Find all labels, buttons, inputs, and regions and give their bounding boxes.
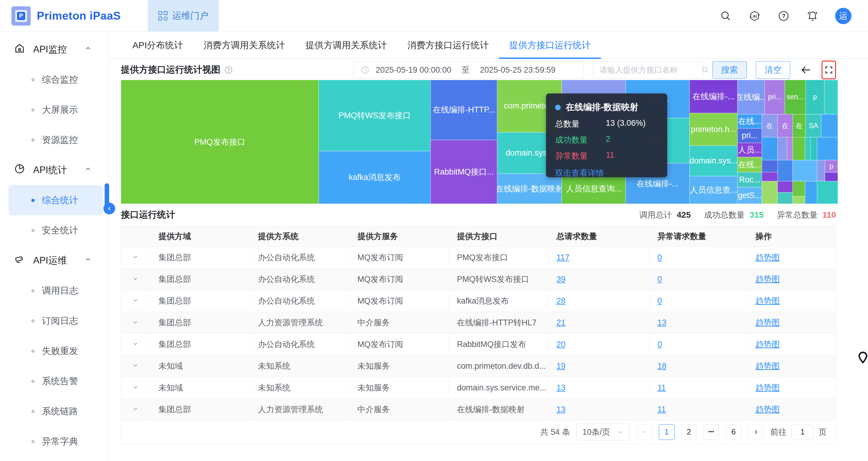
row-expand-chevron-icon[interactable]	[132, 296, 139, 305]
sidebar-item-异常字典[interactable]: 异常字典	[8, 426, 103, 457]
treemap-block[interactable]	[762, 181, 778, 204]
error-count-link[interactable]: 0	[657, 340, 662, 349]
treemap-block[interactable]: 人员...	[738, 143, 762, 157]
sidebar-group-API监控[interactable]: API监控	[0, 34, 108, 64]
treemap-block[interactable]: primeton.h...	[689, 113, 738, 146]
row-expand-chevron-icon[interactable]	[132, 362, 139, 371]
treemap-block[interactable]	[805, 181, 817, 204]
treemap-block[interactable]: domain.sys...	[689, 146, 738, 176]
sidebar-item-综合监控[interactable]: 综合监控	[8, 64, 103, 95]
row-expand-chevron-icon[interactable]	[132, 340, 139, 349]
treemap-block[interactable]	[778, 192, 793, 204]
tab-提供方调用关系统计[interactable]: 提供方调用关系统计	[295, 32, 397, 59]
sidebar-item-系统告警[interactable]: 系统告警	[8, 366, 103, 396]
chevron-up-icon[interactable]	[84, 255, 92, 266]
treemap-block[interactable]: 在线...	[738, 157, 762, 172]
sidebar-item-大屏展示[interactable]: 大屏展示	[8, 95, 103, 125]
total-count-link[interactable]: 39	[557, 275, 566, 284]
treemap-block[interactable]	[825, 173, 838, 181]
treemap-block[interactable]	[793, 196, 805, 204]
error-count-link[interactable]: 0	[657, 296, 662, 305]
chevron-up-icon[interactable]	[84, 165, 92, 176]
total-count-link[interactable]: 19	[557, 362, 566, 371]
treemap-block[interactable]: PMQ发布接口	[121, 80, 319, 204]
treemap-block[interactable]: 在	[762, 114, 778, 137]
treemap-block[interactable]	[793, 160, 817, 181]
treemap-block[interactable]: kafka消息发布	[319, 151, 431, 204]
treemap-block[interactable]: 在线编...	[738, 80, 765, 114]
treemap-block[interactable]: 在	[793, 114, 806, 137]
user-avatar[interactable]: 运	[835, 8, 851, 24]
portal-tab-ops[interactable]: 运维门户	[148, 0, 219, 32]
treemap-block[interactable]: 在线...	[738, 114, 762, 128]
treemap-block[interactable]	[762, 137, 778, 160]
page-button-1[interactable]: 1	[659, 424, 675, 440]
total-count-link[interactable]: 13	[557, 383, 566, 392]
trend-chart-link[interactable]: 趋势图	[755, 383, 780, 392]
ai-assistant-icon[interactable]: AI	[748, 10, 761, 22]
treemap-block[interactable]: SA	[806, 114, 821, 137]
treemap-block[interactable]	[778, 137, 787, 160]
chevron-up-icon[interactable]	[84, 44, 92, 55]
treemap-block[interactable]	[793, 137, 805, 160]
trend-chart-link[interactable]: 趋势图	[755, 296, 780, 305]
row-expand-chevron-icon[interactable]	[132, 275, 139, 284]
sidebar-item-订阅日志[interactable]: 订阅日志	[8, 306, 103, 336]
fullscreen-expand-button-highlighted[interactable]	[822, 61, 836, 79]
help-icon[interactable]: ?	[777, 10, 790, 22]
treemap-block[interactable]	[793, 181, 805, 196]
treemap-block[interactable]	[817, 181, 838, 204]
row-expand-chevron-icon[interactable]	[132, 383, 139, 392]
clear-button[interactable]: 清空	[756, 61, 790, 79]
total-count-link[interactable]: 117	[557, 253, 569, 262]
tab-API分布统计[interactable]: API分布统计	[122, 32, 193, 59]
treemap-block[interactable]: p	[806, 80, 824, 114]
trend-chart-link[interactable]: 趋势图	[755, 275, 780, 284]
page-size-select[interactable]: 10条/页	[577, 424, 630, 440]
page-ellipsis[interactable]: •••	[703, 424, 719, 440]
treemap-block[interactable]: 在线编排-数据映射	[497, 174, 562, 204]
page-button-2[interactable]: 2	[681, 424, 697, 440]
sidebar-group-API运维[interactable]: API运维	[0, 245, 108, 276]
treemap-block[interactable]: getS...	[738, 187, 762, 204]
treemap-block[interactable]	[824, 80, 838, 114]
back-arrow-icon[interactable]	[799, 63, 812, 76]
treemap-block[interactable]: PMQ转WS发布接口	[319, 80, 431, 151]
treemap-block[interactable]	[762, 172, 778, 181]
search-icon[interactable]	[719, 10, 732, 22]
row-expand-chevron-icon[interactable]	[132, 253, 139, 262]
row-expand-chevron-icon[interactable]	[132, 405, 139, 414]
treemap-block[interactable]: p	[825, 160, 838, 173]
tooltip-detail-link[interactable]: 双击查看详情	[555, 167, 658, 179]
input-search-icon[interactable]	[701, 66, 709, 74]
treemap-block[interactable]: 在线编排-HTTP...	[431, 80, 497, 140]
trend-chart-link[interactable]: 趋势图	[755, 318, 780, 327]
treemap-block[interactable]	[778, 181, 793, 192]
row-expand-chevron-icon[interactable]	[132, 318, 139, 327]
sidebar-item-资源监控[interactable]: 资源监控	[8, 125, 103, 155]
tab-消费方调用关系统计[interactable]: 消费方调用关系统计	[193, 32, 295, 59]
trend-chart-link[interactable]: 趋势图	[755, 340, 780, 349]
error-count-link[interactable]: 18	[657, 362, 666, 371]
sidebar-item-综合统计[interactable]: 综合统计	[8, 185, 103, 215]
error-count-link[interactable]: 11	[657, 383, 666, 392]
treemap-block[interactable]	[778, 160, 793, 181]
goto-page-input[interactable]	[792, 424, 814, 440]
treemap-block[interactable]: pri...	[738, 128, 762, 143]
treemap-block[interactable]: RabbitMQ接口...	[431, 140, 497, 204]
map-pin-icon[interactable]	[858, 351, 868, 364]
trend-chart-link[interactable]: 趋势图	[755, 405, 780, 414]
tab-提供方接口运行统计[interactable]: 提供方接口运行统计	[499, 32, 601, 59]
total-count-link[interactable]: 28	[557, 296, 566, 305]
error-count-link[interactable]: 0	[657, 275, 662, 284]
treemap-block[interactable]	[817, 137, 838, 160]
treemap-block[interactable]	[821, 114, 838, 137]
sidebar-item-失败重发[interactable]: 失败重发	[8, 336, 103, 366]
sidebar-item-调用日志[interactable]: 调用日志	[8, 276, 103, 306]
treemap-block[interactable]	[817, 160, 825, 181]
sidebar-group-API统计[interactable]: API统计	[0, 155, 108, 185]
treemap-block[interactable]: pri...	[765, 80, 785, 114]
date-range-picker[interactable]: 2025-05-19 00:00:00 至 2025-05-25 23:59:5…	[354, 61, 584, 79]
question-icon[interactable]: ?	[224, 65, 233, 74]
tab-消费方接口运行统计[interactable]: 消费方接口运行统计	[397, 32, 499, 59]
